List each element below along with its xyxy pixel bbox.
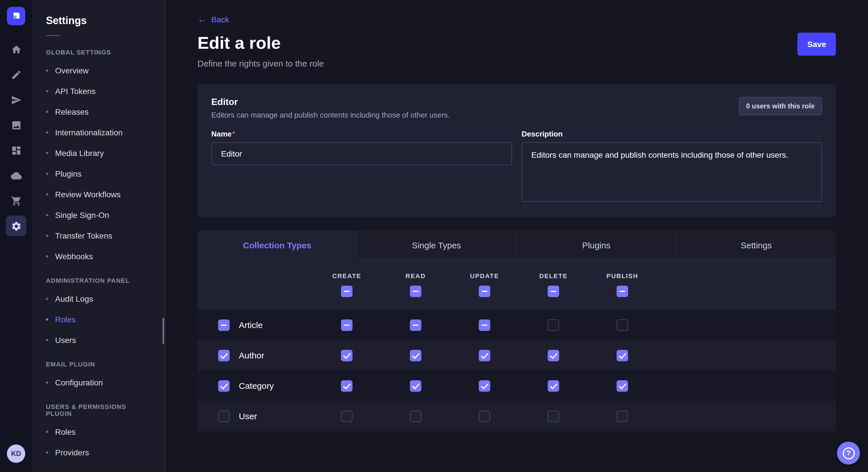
user-create-checkbox[interactable] (341, 410, 352, 422)
sidebar-section-label-administration-panel: ADMINISTRATION PANEL (32, 267, 165, 289)
category-publish-checkbox[interactable] (617, 380, 628, 392)
back-label: Back (211, 15, 229, 24)
save-button[interactable]: Save (798, 33, 836, 56)
sidebar-item-review-workflows[interactable]: Review Workflows (32, 184, 165, 205)
category-row-checkbox[interactable] (218, 380, 229, 392)
sidebar-item-roles[interactable]: Roles (32, 422, 165, 442)
cell-user-update (450, 410, 519, 422)
select-all-update-checkbox[interactable] (479, 285, 490, 297)
sidebar-item-users[interactable]: Users (32, 330, 165, 350)
sidebar-scrollbar-thumb[interactable] (162, 318, 164, 344)
sidebar-item-roles[interactable]: Roles (32, 309, 165, 330)
back-arrow-icon: ← (197, 15, 207, 24)
select-all-create-checkbox[interactable] (341, 285, 352, 297)
role-card-heading: Editor Editors can manage and publish co… (211, 97, 450, 119)
author-update-checkbox[interactable] (479, 349, 490, 361)
article-update-checkbox[interactable] (479, 319, 490, 331)
strapi-logo[interactable] (7, 7, 25, 25)
author-delete-checkbox[interactable] (548, 349, 559, 361)
article-create-checkbox[interactable] (341, 319, 352, 331)
cell-article-update (450, 319, 519, 331)
cell-author-create (312, 349, 381, 361)
author-create-checkbox[interactable] (341, 349, 352, 361)
author-read-checkbox[interactable] (410, 349, 422, 361)
sidebar-sections: GLOBAL SETTINGSOverviewAPI TokensRelease… (32, 38, 165, 463)
column-label: READ (406, 272, 426, 279)
sidebar-item-label: Review Workflows (55, 190, 121, 199)
select-all-delete-checkbox[interactable] (548, 285, 559, 297)
column-label: UPDATE (470, 272, 499, 279)
bullet-icon (46, 431, 48, 433)
content-manager-icon[interactable] (6, 140, 26, 161)
sidebar-item-label: Single Sign-On (55, 210, 109, 220)
article-read-checkbox[interactable] (410, 319, 422, 331)
sidebar-item-overview[interactable]: Overview (32, 60, 165, 81)
row-label-cell: User (197, 410, 312, 422)
description-textarea[interactable]: Editors can manage and publish contents … (522, 142, 822, 202)
role-description-text: Editors can manage and publish contents … (211, 111, 450, 119)
row-label: User (239, 411, 257, 421)
bullet-icon (46, 255, 48, 258)
category-delete-checkbox[interactable] (548, 380, 559, 392)
avatar[interactable]: KD (7, 444, 25, 463)
name-input[interactable] (211, 142, 512, 165)
back-link[interactable]: ← Back (197, 15, 229, 24)
column-header-create: CREATE (312, 272, 381, 297)
content-type-builder-icon[interactable] (6, 64, 26, 85)
help-button[interactable]: ? (837, 442, 860, 465)
role-details-card: Editor Editors can manage and publish co… (197, 84, 836, 217)
users-with-role-badge: 0 users with this role (739, 97, 822, 115)
article-publish-checkbox[interactable] (617, 319, 628, 331)
sidebar-item-api-tokens[interactable]: API Tokens (32, 81, 165, 102)
category-create-checkbox[interactable] (341, 380, 352, 392)
author-publish-checkbox[interactable] (617, 349, 628, 361)
media-library-icon[interactable] (6, 115, 26, 135)
cell-category-update (450, 380, 519, 392)
tab-settings[interactable]: Settings (676, 231, 836, 259)
category-update-checkbox[interactable] (479, 380, 490, 392)
tab-collection-types[interactable]: Collection Types (197, 231, 357, 260)
permission-header-row: CREATEREADUPDATEDELETEPUBLISH (197, 259, 836, 310)
cell-user-publish (588, 410, 657, 422)
sidebar-item-label: Roles (55, 315, 76, 324)
article-row-checkbox[interactable] (218, 319, 229, 331)
bullet-icon (46, 214, 48, 216)
tab-single-types[interactable]: Single Types (357, 231, 516, 259)
page-title: Edit a role (197, 33, 324, 53)
sidebar-item-audit-logs[interactable]: Audit Logs (32, 289, 165, 309)
home-icon[interactable] (6, 39, 26, 60)
user-read-checkbox[interactable] (410, 410, 422, 422)
tab-plugins[interactable]: Plugins (516, 231, 676, 259)
required-mark: * (232, 130, 235, 138)
select-all-read-checkbox[interactable] (410, 285, 422, 297)
user-update-checkbox[interactable] (479, 410, 490, 422)
main-content: ← Back Edit a role Define the rights giv… (165, 0, 868, 472)
sidebar-item-plugins[interactable]: Plugins (32, 164, 165, 184)
user-row-checkbox[interactable] (218, 410, 229, 422)
bullet-icon (46, 298, 48, 300)
sidebar-item-configuration[interactable]: Configuration (32, 372, 165, 393)
permission-row-user: User (197, 401, 836, 431)
sidebar-item-webhooks[interactable]: Webhooks (32, 246, 165, 267)
settings-icon[interactable] (6, 216, 26, 236)
sidebar-item-transfer-tokens[interactable]: Transfer Tokens (32, 225, 165, 246)
user-publish-checkbox[interactable] (617, 410, 628, 422)
author-row-checkbox[interactable] (218, 349, 229, 361)
sidebar-item-label: Releases (55, 107, 89, 116)
name-field-group: Name* (211, 130, 512, 204)
sidebar-item-internationalization[interactable]: Internationalization (32, 122, 165, 143)
article-delete-checkbox[interactable] (548, 319, 559, 331)
bullet-icon (46, 131, 48, 134)
question-mark-icon: ? (842, 447, 855, 459)
sidebar-item-releases[interactable]: Releases (32, 102, 165, 122)
user-delete-checkbox[interactable] (548, 410, 559, 422)
sidebar-item-label: Configuration (55, 378, 103, 387)
sidebar-item-single-sign-on[interactable]: Single Sign-On (32, 205, 165, 225)
category-read-checkbox[interactable] (410, 380, 422, 392)
deploy-icon[interactable] (6, 90, 26, 110)
cloud-icon[interactable] (6, 165, 26, 186)
select-all-publish-checkbox[interactable] (617, 285, 628, 297)
marketplace-icon[interactable] (6, 191, 26, 211)
sidebar-item-media-library[interactable]: Media Library (32, 143, 165, 164)
sidebar-item-providers[interactable]: Providers (32, 442, 165, 463)
